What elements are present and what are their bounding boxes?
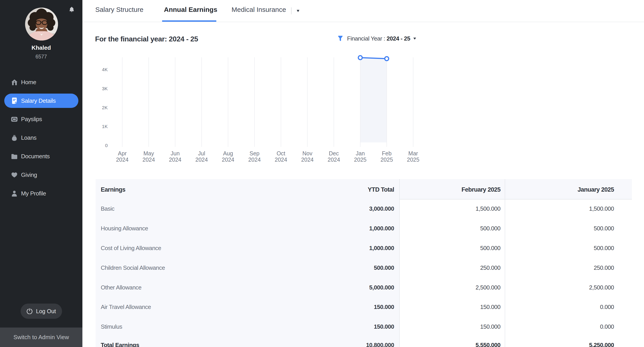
svg-text:2024: 2024 bbox=[301, 156, 314, 163]
svg-text:Mar: Mar bbox=[408, 150, 418, 156]
svg-text:2025: 2025 bbox=[354, 156, 366, 163]
svg-text:Jul: Jul bbox=[198, 150, 205, 156]
svg-text:2025: 2025 bbox=[380, 156, 393, 163]
svg-text:Apr: Apr bbox=[118, 150, 127, 156]
svg-text:4K: 4K bbox=[102, 67, 108, 72]
svg-text:Sep: Sep bbox=[250, 150, 259, 156]
svg-text:2024: 2024 bbox=[195, 156, 208, 163]
svg-text:Aug: Aug bbox=[223, 150, 233, 156]
svg-text:2024: 2024 bbox=[328, 156, 340, 163]
svg-text:2024: 2024 bbox=[222, 156, 234, 163]
svg-text:1K: 1K bbox=[102, 124, 108, 129]
svg-text:Jun: Jun bbox=[171, 150, 180, 156]
svg-text:2025: 2025 bbox=[407, 156, 420, 163]
svg-text:Dec: Dec bbox=[329, 150, 339, 156]
svg-text:3K: 3K bbox=[102, 86, 108, 91]
svg-text:Jan: Jan bbox=[356, 150, 365, 156]
svg-text:Nov: Nov bbox=[302, 150, 312, 156]
svg-text:2024: 2024 bbox=[116, 156, 128, 163]
svg-text:2024: 2024 bbox=[142, 156, 155, 163]
svg-text:Oct: Oct bbox=[276, 150, 285, 156]
svg-text:0: 0 bbox=[105, 143, 108, 148]
svg-text:May: May bbox=[143, 150, 154, 156]
svg-text:2K: 2K bbox=[102, 105, 108, 110]
svg-text:2024: 2024 bbox=[169, 156, 182, 163]
svg-text:2024: 2024 bbox=[248, 156, 261, 163]
svg-text:2024: 2024 bbox=[275, 156, 287, 163]
svg-text:Feb: Feb bbox=[382, 150, 392, 156]
